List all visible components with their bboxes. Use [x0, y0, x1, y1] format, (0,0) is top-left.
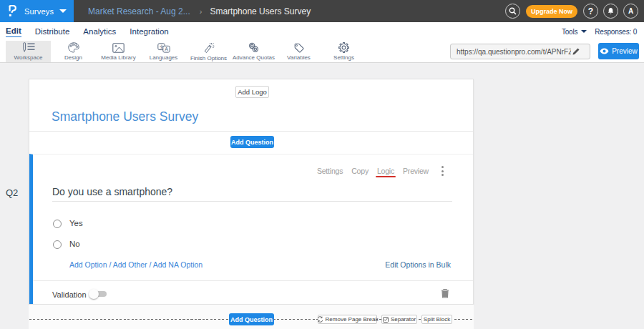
svg-text:A: A [165, 46, 168, 51]
